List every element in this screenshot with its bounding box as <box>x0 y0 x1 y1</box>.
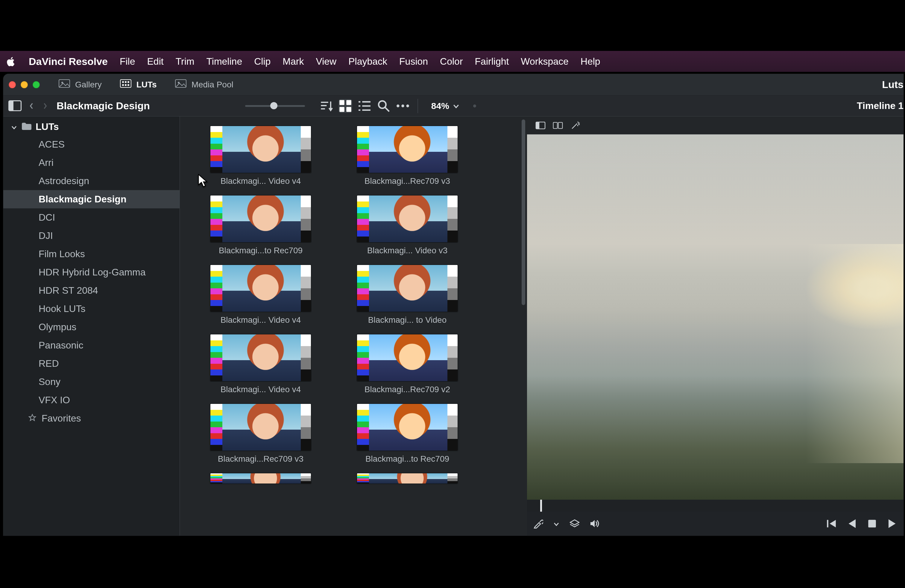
sidebar-folder[interactable]: VFX IO <box>3 391 179 409</box>
sidebar-folder[interactable]: Olympus <box>3 318 179 336</box>
lut-thumbnail[interactable] <box>356 195 458 243</box>
sidebar-folder[interactable]: Hook LUTs <box>3 300 179 318</box>
vertical-scrollbar[interactable] <box>522 119 525 305</box>
menu-view[interactable]: View <box>316 56 337 67</box>
svg-point-18 <box>397 105 399 107</box>
lut-thumbnail[interactable] <box>210 195 311 243</box>
sidebar-folder[interactable]: DJI <box>3 227 179 245</box>
volume-button[interactable] <box>590 518 600 529</box>
svg-rect-24 <box>559 122 563 128</box>
menu-edit[interactable]: Edit <box>147 56 164 67</box>
sidebar-folder-label: Blackmagic Design <box>39 194 126 205</box>
sidebar-folder[interactable]: DCI <box>3 208 179 227</box>
menu-file[interactable]: File <box>120 56 135 67</box>
menu-playback[interactable]: Playback <box>348 56 387 67</box>
sort-button[interactable] <box>319 99 333 113</box>
viewer-image[interactable] <box>527 134 903 500</box>
lut-item[interactable]: Blackmagi...Rec709 v3 <box>356 126 458 186</box>
view-list-button[interactable] <box>358 99 372 113</box>
more-options-button[interactable] <box>396 99 410 113</box>
play-button[interactable] <box>888 518 897 529</box>
image-only-view-button[interactable] <box>535 120 546 130</box>
lut-item[interactable]: Blackmagi... Video v4 <box>210 264 311 325</box>
lut-thumbnail[interactable] <box>356 264 458 312</box>
sidebar-folder-label: DCI <box>39 212 55 223</box>
go-to-start-button[interactable] <box>826 518 837 529</box>
lut-item[interactable]: Blackmagi...Rec709 v3 <box>210 403 311 464</box>
tab-luts[interactable]: LUTs <box>114 77 162 92</box>
menu-clip[interactable]: Clip <box>254 56 270 67</box>
menu-color[interactable]: Color <box>440 56 463 67</box>
timeline-label[interactable]: Timeline 1 <box>857 95 903 116</box>
menu-trim[interactable]: Trim <box>176 56 195 67</box>
sidebar-root-label: LUTs <box>36 121 59 132</box>
menu-workspace[interactable]: Workspace <box>521 56 568 67</box>
menu-help[interactable]: Help <box>581 56 600 67</box>
sidebar-folder[interactable]: HDR ST 2084 <box>3 281 179 300</box>
sidebar-folder[interactable]: Film Looks <box>3 245 179 263</box>
lut-item[interactable]: Blackmagi... to Video <box>356 264 458 325</box>
lut-thumbnail-peek[interactable] <box>356 473 458 484</box>
tab-media-pool[interactable]: Media Pool <box>169 77 239 92</box>
lut-thumbnail[interactable] <box>210 403 311 451</box>
lut-thumbnail[interactable] <box>210 126 311 173</box>
sidebar-folder[interactable]: Sony <box>3 373 179 391</box>
sidebar-folder[interactable]: Astrodesign <box>3 172 179 190</box>
lut-thumbnail[interactable] <box>356 403 458 451</box>
sidebar-folder[interactable]: Panasonic <box>3 336 179 354</box>
sidebar-root-luts[interactable]: LUTs <box>3 118 179 135</box>
menu-fairlight[interactable]: Fairlight <box>475 56 509 67</box>
window-close-button[interactable] <box>9 81 16 88</box>
search-button[interactable] <box>377 99 391 113</box>
zoom-dropdown[interactable]: 84% <box>431 101 459 111</box>
lut-item[interactable]: Blackmagi...Rec709 v2 <box>356 334 458 394</box>
thumbnail-size-slider[interactable] <box>245 105 305 107</box>
svg-point-4 <box>125 81 126 83</box>
play-reverse-button[interactable] <box>847 518 857 529</box>
sidebar-folder[interactable]: RED <box>3 354 179 373</box>
lut-thumbnail[interactable] <box>356 334 458 382</box>
sidebar-folder-label: Astrodesign <box>39 175 89 186</box>
window-minimize-button[interactable] <box>21 81 28 88</box>
chevron-down-icon[interactable] <box>553 519 559 528</box>
nav-back-button[interactable] <box>27 102 36 110</box>
menu-fusion[interactable]: Fusion <box>399 56 428 67</box>
lut-item[interactable]: Blackmagi...to Rec709 <box>356 403 458 464</box>
window-zoom-button[interactable] <box>33 81 40 88</box>
menubar-app-name[interactable]: DaVinci Resolve <box>29 56 108 67</box>
lut-item[interactable] <box>356 473 458 484</box>
tab-gallery[interactable]: Gallery <box>53 77 107 92</box>
lut-item[interactable]: Blackmagi...to Rec709 <box>210 195 311 255</box>
lut-item[interactable]: Blackmagi... Video v4 <box>210 334 311 394</box>
split-view-button[interactable] <box>553 120 563 130</box>
sidebar-folder[interactable]: Arri <box>3 154 179 172</box>
view-grid-button[interactable] <box>338 99 352 113</box>
sidebar-favorites[interactable]: Favorites <box>3 409 179 427</box>
sidebar-folder-selected[interactable]: Blackmagic Design <box>3 190 179 208</box>
stop-button[interactable] <box>867 518 877 529</box>
layers-button[interactable] <box>570 518 580 529</box>
viewer-scrub-bar[interactable] <box>527 500 903 512</box>
sidebar-folder-label: HDR Hybrid Log-Gamma <box>39 267 145 278</box>
lut-item[interactable]: Blackmagi... Video v4 <box>210 126 311 186</box>
lut-item[interactable]: Blackmagi... Video v3 <box>356 195 458 255</box>
menu-mark[interactable]: Mark <box>283 56 304 67</box>
lut-caption: Blackmagi... Video v4 <box>210 315 311 325</box>
sidebar-folder[interactable]: ACES <box>3 135 179 154</box>
lut-thumbnail[interactable] <box>210 334 311 382</box>
sidebar-toggle-button[interactable] <box>8 99 22 113</box>
lut-thumbnail[interactable] <box>356 126 458 173</box>
lut-thumbnail[interactable] <box>210 264 311 312</box>
magic-wand-button[interactable] <box>570 120 580 130</box>
sidebar-folder-label: ACES <box>39 139 65 150</box>
eyedropper-button[interactable] <box>533 518 543 529</box>
nav-forward-button[interactable] <box>41 102 49 110</box>
breadcrumb: Blackmagic Design <box>57 100 150 112</box>
sidebar-folder[interactable]: HDR Hybrid Log-Gamma <box>3 263 179 281</box>
slider-handle[interactable] <box>270 102 278 109</box>
menu-timeline[interactable]: Timeline <box>206 56 242 67</box>
apple-logo-icon[interactable] <box>5 56 17 67</box>
lut-thumbnail-peek[interactable] <box>210 473 311 484</box>
scrub-playhead[interactable] <box>540 500 542 512</box>
lut-item[interactable] <box>210 473 311 484</box>
